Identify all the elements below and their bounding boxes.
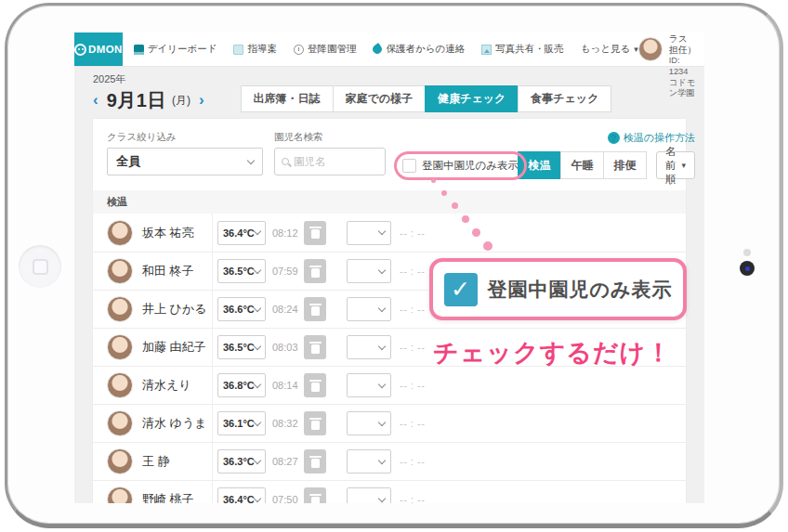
attending-only-checkbox-group[interactable]: 登園中園児のみ表示 — [402, 159, 519, 173]
prev-day-button[interactable]: ‹ — [93, 92, 98, 110]
view-tabs: 出席簿・日誌家庭での様子健康チェック食事チェック — [242, 85, 612, 112]
tab[interactable]: 家庭での様子 — [333, 85, 427, 112]
temperature-select[interactable]: 36.3°C — [217, 449, 266, 474]
delete-button[interactable] — [304, 335, 326, 359]
mode-button[interactable]: 午睡 — [560, 151, 604, 179]
delete-button[interactable] — [304, 221, 326, 245]
chevron-down-icon — [378, 342, 386, 349]
temperature-select[interactable]: 36.8°C — [217, 373, 266, 397]
chevron-down-icon — [254, 266, 261, 273]
nav-item[interactable]: デイリーボード — [134, 43, 217, 56]
child-name: 加藤 由紀子 — [142, 339, 206, 356]
trash-icon — [311, 344, 320, 354]
codmon-logo[interactable]: DMON — [74, 32, 123, 66]
chevron-down-icon — [254, 494, 261, 501]
delete-button[interactable] — [304, 259, 326, 283]
mode-button[interactable]: 検温 — [518, 151, 561, 179]
tab[interactable]: 出席簿・日誌 — [241, 85, 334, 112]
child-name: 井上 ひかる — [142, 301, 207, 318]
avatar — [107, 372, 133, 398]
dashboard-icon — [134, 45, 144, 55]
date-label: 9月1日 — [107, 88, 166, 113]
delete-button[interactable] — [304, 411, 326, 435]
chevron-down-icon — [378, 494, 386, 501]
empty-time-placeholder: -- : -- — [400, 227, 425, 239]
search-icon — [282, 158, 289, 165]
chevron-down-icon — [378, 304, 386, 311]
attending-only-label: 登園中園児のみ表示 — [422, 159, 519, 173]
child-name: 王 静 — [142, 453, 170, 470]
chevron-down-icon — [378, 266, 386, 273]
temperature-select[interactable]: 36.4°C — [217, 487, 266, 503]
chevron-down-icon: ▾ — [682, 162, 687, 170]
sort-button-label: 名前順 — [665, 145, 676, 187]
empty-time-placeholder: -- : -- — [400, 418, 425, 429]
mode-button[interactable]: 排便 — [603, 151, 647, 179]
camera — [740, 261, 755, 276]
user-account[interactable]: 宮崎 千恵（クラス担任） ID: 1234 コドモン学園 ? — [638, 32, 704, 66]
avatar — [107, 296, 133, 322]
chevron-down-icon — [378, 418, 386, 425]
table-row: 坂本 祐亮 36.4°C 08:12 -- : -- — [93, 214, 686, 252]
child-name: 清水えり — [142, 377, 191, 394]
second-temperature-select[interactable] — [347, 221, 391, 245]
second-temperature-select[interactable] — [347, 411, 391, 435]
recorded-time: 07:59 — [272, 266, 301, 277]
second-temperature-select[interactable] — [347, 449, 391, 474]
next-day-button[interactable]: › — [199, 92, 204, 110]
chevron-down-icon — [378, 456, 386, 463]
second-temperature-select[interactable] — [347, 335, 391, 359]
child-name-search-input[interactable] — [294, 156, 374, 167]
tab[interactable]: 健康チェック — [425, 85, 519, 112]
empty-time-placeholder: -- : -- — [400, 494, 425, 503]
temperature-select[interactable]: 36.6°C — [217, 297, 266, 321]
avatar — [107, 448, 133, 474]
nav-item[interactable]: もっと見る▾ — [581, 43, 638, 56]
trash-icon — [311, 306, 320, 316]
delete-button[interactable] — [304, 297, 326, 321]
home-button[interactable] — [19, 245, 61, 288]
promo-callout-label: 登園中園児のみ表示 — [488, 277, 673, 303]
temperature-select[interactable]: 36.1°C — [217, 411, 266, 435]
nav-item[interactable]: 登降園管理 — [294, 43, 357, 56]
delete-button[interactable] — [304, 487, 326, 503]
chevron-down-icon — [254, 418, 261, 425]
chevron-down-icon — [254, 227, 261, 235]
chevron-down-icon — [378, 380, 386, 387]
temperature-select[interactable]: 36.5°C — [217, 335, 266, 359]
tab[interactable]: 食事チェック — [518, 85, 611, 112]
temperature-select[interactable]: 36.4°C — [217, 221, 266, 245]
question-icon: ? — [608, 132, 620, 144]
year-label: 2025年 — [93, 72, 204, 86]
attending-only-checkbox[interactable] — [402, 159, 416, 173]
photo-icon — [481, 45, 492, 55]
temperature-help-link[interactable]: ? 検温の操作方法 — [608, 131, 695, 145]
nav-item[interactable]: 写真共有・販売 — [481, 43, 564, 56]
nav-item[interactable]: 保護者からの連絡 — [373, 43, 465, 56]
second-temperature-select[interactable] — [347, 373, 391, 397]
main-nav: デイリーボード指導案登降園管理保護者からの連絡写真共有・販売もっと見る▾ — [134, 32, 638, 66]
chevron-down-icon — [254, 456, 261, 463]
weekday-label: (月) — [172, 93, 190, 109]
delete-button[interactable] — [304, 449, 326, 474]
section-header: 検温 — [93, 190, 686, 214]
chevron-down-icon — [254, 304, 261, 311]
chevron-down-icon — [378, 227, 386, 235]
delete-button[interactable] — [304, 373, 326, 397]
second-temperature-select[interactable] — [347, 487, 391, 503]
trash-icon — [311, 421, 320, 430]
empty-time-placeholder: -- : -- — [400, 304, 425, 315]
second-temperature-select[interactable] — [347, 297, 391, 321]
checked-checkbox-icon: ✓ — [444, 273, 478, 306]
trash-icon — [311, 459, 320, 468]
recorded-time: 08:14 — [272, 380, 301, 391]
nav-item[interactable]: 指導案 — [233, 43, 277, 56]
second-temperature-select[interactable] — [347, 259, 391, 283]
plan-doc-icon — [233, 45, 243, 55]
chevron-down-icon — [254, 342, 261, 349]
temperature-select[interactable]: 36.5°C — [217, 259, 266, 283]
child-name: 和田 柊子 — [142, 263, 194, 279]
avatar — [107, 334, 133, 360]
sort-button[interactable]: 名前順 ▾ — [656, 151, 695, 179]
class-filter-select[interactable]: 全員 — [107, 148, 263, 175]
